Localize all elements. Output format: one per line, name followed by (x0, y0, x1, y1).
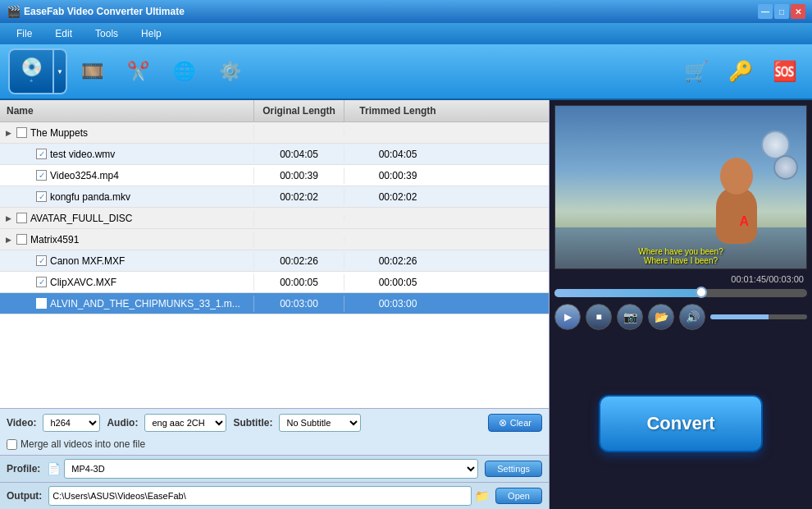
merge-text: Merge all videos into one file (21, 438, 145, 450)
edit-icon: ✂️ (123, 57, 153, 86)
menu-tools[interactable]: Tools (85, 25, 128, 42)
toolbar-right: 🛒 🔑 🆘 (677, 53, 804, 90)
minimize-button[interactable]: — (758, 4, 773, 19)
video-preview: A Where have you been? Where have I been… (554, 105, 807, 269)
expand-arrow (23, 277, 33, 287)
folder-button[interactable]: 📂 (648, 304, 674, 330)
menu-file[interactable]: File (7, 25, 42, 42)
table-row[interactable]: ▶ AVATAR_FUULL_DISC (0, 208, 549, 229)
table-row[interactable]: Canon MXF.MXF 00:02:26 00:02:26 (0, 250, 549, 272)
clear-button[interactable]: ⊗ Clear (488, 414, 542, 432)
edit-button[interactable]: ✂️ (116, 48, 159, 94)
titlebar: 🎬 EaseFab Video Converter Ultimate — □ ✕ (0, 0, 812, 23)
cell-trim (344, 131, 451, 135)
volume-button[interactable]: 🔊 (679, 304, 705, 330)
camera-button[interactable]: 📷 (617, 304, 643, 330)
row-filename: AVATAR_FUULL_DISC (30, 213, 132, 224)
cell-name: ▶ Matrix4591 (0, 232, 254, 248)
cell-orig: 00:03:00 (254, 296, 344, 312)
col-name: Name (0, 100, 254, 122)
cell-orig: 00:02:02 (254, 189, 344, 205)
row-checkbox[interactable] (36, 277, 47, 287)
table-row[interactable]: ▶ The Muppets (0, 122, 549, 144)
convert-button[interactable]: Convert (599, 395, 763, 452)
audio-label: Audio: (107, 417, 138, 429)
cell-trim (344, 237, 451, 242)
row-checkbox[interactable] (16, 234, 27, 245)
cell-name: ALVIN_AND_THE_CHIPMUNKS_33_1.m... (0, 296, 254, 312)
shop-icon: 🛒 (684, 60, 709, 83)
progress-bar[interactable] (554, 289, 807, 297)
bottom-controls: Video: h264 Audio: eng aac 2CH Subtitle:… (0, 408, 549, 509)
expand-arrow (23, 192, 33, 202)
table-row[interactable]: test video.wmv 00:04:05 00:04:05 (0, 144, 549, 165)
add-video-button[interactable]: 🎞️ (71, 48, 113, 94)
filelist-panel: Name Original Length Trimmed Length ▶ Th… (0, 100, 550, 509)
cell-orig (254, 131, 344, 135)
row-filename: The Muppets (30, 127, 88, 139)
cell-name: ▶ AVATAR_FUULL_DISC (0, 210, 254, 227)
row-filename: kongfu panda.mkv (50, 191, 130, 203)
table-row[interactable]: ALVIN_AND_THE_CHIPMUNKS_33_1.m... 00:03:… (0, 293, 549, 314)
row-checkbox[interactable] (16, 127, 27, 138)
row-checkbox[interactable] (36, 149, 47, 159)
expand-arrow[interactable]: ▶ (3, 213, 13, 223)
menu-help[interactable]: Help (131, 25, 171, 42)
row-filename: ALVIN_AND_THE_CHIPMUNKS_33_1.m... (50, 298, 240, 310)
expand-arrow[interactable]: ▶ (3, 235, 13, 245)
merge-label[interactable]: Merge all videos into one file (7, 438, 145, 450)
merge-row: Merge all videos into one file (0, 437, 549, 455)
progress-handle[interactable] (696, 287, 707, 298)
table-row[interactable]: kongfu panda.mkv 00:02:02 00:02:02 (0, 186, 549, 208)
settings-toolbar-button[interactable]: ⚙️ (208, 48, 251, 94)
output-label: Output: (7, 490, 42, 502)
cell-name: Canon MXF.MXF (0, 253, 254, 269)
table-row[interactable]: ClipXAVC.MXF 00:00:05 00:00:05 (0, 272, 549, 293)
open-button[interactable]: Open (495, 488, 542, 504)
player-controls: ▶ ■ 📷 📂 🔊 (554, 300, 807, 333)
shop-button[interactable]: 🛒 (677, 53, 715, 90)
play-button[interactable]: ▶ (554, 304, 581, 330)
cell-name: kongfu panda.mkv (0, 189, 254, 205)
row-checkbox[interactable] (36, 170, 47, 181)
main-area: Name Original Length Trimmed Length ▶ Th… (0, 100, 812, 509)
expand-arrow[interactable]: ▶ (3, 128, 13, 138)
snapshot-icon: 🌐 (169, 57, 198, 86)
table-row[interactable]: ▶ Matrix4591 (0, 229, 549, 250)
cell-name: Video3254.mp4 (0, 167, 254, 184)
profile-select[interactable]: MP4-3D (64, 459, 478, 479)
row-filename: Matrix4591 (30, 234, 79, 245)
row-checkbox[interactable] (36, 255, 47, 266)
register-button[interactable]: 🔑 (722, 53, 760, 90)
maximize-button[interactable]: □ (774, 4, 789, 19)
row-checkbox[interactable] (36, 191, 47, 202)
settings-button[interactable]: Settings (485, 461, 542, 477)
merge-checkbox[interactable] (7, 439, 17, 450)
cell-orig: 00:02:26 (254, 253, 344, 269)
cell-orig (254, 237, 344, 242)
stop-button[interactable]: ■ (586, 304, 612, 330)
cell-trim: 00:00:39 (344, 167, 451, 184)
cell-trim: 00:02:02 (344, 189, 451, 205)
add-dropdown-button[interactable]: ▼ (54, 48, 67, 94)
row-checkbox[interactable] (36, 298, 47, 309)
row-filename: test video.wmv (50, 149, 115, 160)
add-dvd-button[interactable]: 💿 + (8, 48, 54, 94)
video-select[interactable]: h264 (43, 414, 100, 432)
table-row[interactable]: Video3254.mp4 00:00:39 00:00:39 (0, 165, 549, 186)
help-button[interactable]: 🆘 (766, 53, 804, 90)
profile-label: Profile: (7, 463, 40, 475)
output-path-input[interactable] (48, 486, 472, 506)
close-button[interactable]: ✕ (791, 4, 805, 19)
expand-arrow (23, 256, 33, 266)
subtitle-select[interactable]: No Subtitle (279, 414, 361, 432)
cell-orig: 00:00:05 (254, 274, 344, 291)
row-checkbox[interactable] (16, 213, 27, 223)
audio-select[interactable]: eng aac 2CH (144, 414, 226, 432)
cell-orig: 00:04:05 (254, 146, 344, 163)
menu-edit[interactable]: Edit (45, 25, 82, 42)
volume-slider[interactable] (710, 314, 807, 319)
snapshot-button[interactable]: 🌐 (162, 48, 205, 94)
folder-icon[interactable]: 📁 (475, 489, 489, 502)
cell-trim: 00:03:00 (344, 296, 451, 312)
